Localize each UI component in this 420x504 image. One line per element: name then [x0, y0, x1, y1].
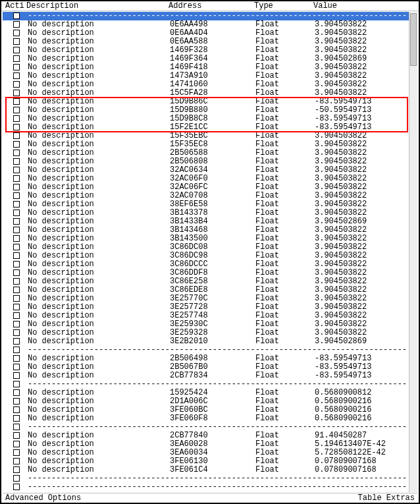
scrollbar-thumb[interactable] [410, 13, 417, 66]
column-header-row: Acti Description Address Type Value [1, 1, 419, 11]
column-header-address[interactable]: Address [169, 1, 201, 11]
row-checkbox[interactable] [13, 484, 20, 490]
row-checkbox[interactable] [13, 355, 20, 362]
row-checkbox[interactable] [13, 458, 20, 464]
row-checkbox[interactable] [13, 124, 20, 130]
row-checkbox[interactable] [13, 329, 20, 336]
row-checkbox[interactable] [13, 141, 20, 148]
table-row[interactable]: No description3FE061C4Float0.07809007168 [3, 466, 409, 474]
row-checkbox[interactable] [13, 107, 20, 113]
row-checkbox[interactable] [13, 115, 20, 122]
row-checkbox[interactable] [13, 406, 20, 413]
row-checkbox[interactable] [13, 90, 20, 96]
cell-type: Float [255, 414, 279, 423]
row-checkbox[interactable] [13, 47, 20, 53]
cell-description: No description [28, 414, 94, 423]
row-checkbox[interactable] [13, 13, 20, 19]
row-checkbox[interactable] [13, 261, 20, 267]
row-checkbox[interactable] [13, 192, 20, 199]
row-checkbox[interactable] [13, 184, 20, 190]
separator-dashes: ----------------------------------------… [28, 474, 407, 483]
row-checkbox[interactable] [13, 364, 20, 370]
column-header-description[interactable]: Description [26, 1, 78, 11]
row-checkbox[interactable] [13, 218, 20, 225]
advanced-options-button[interactable]: Advanced Options [5, 493, 81, 503]
row-checkbox[interactable] [13, 441, 20, 447]
row-checkbox[interactable] [13, 244, 20, 250]
row-checkbox[interactable] [13, 150, 20, 156]
row-checkbox[interactable] [13, 210, 20, 216]
cell-address: 3E2B2010 [170, 337, 208, 346]
row-checkbox[interactable] [13, 372, 20, 379]
separator-dashes: ----------------------------------------… [28, 491, 407, 492]
row-checkbox[interactable] [13, 64, 20, 70]
row-checkbox[interactable] [13, 38, 20, 45]
row-checkbox[interactable] [13, 81, 20, 88]
table-row[interactable]: No description3FE060F8Float0.5680900216 [3, 414, 409, 423]
cell-address: 3FE061C4 [170, 466, 208, 474]
row-checkbox[interactable] [13, 338, 20, 345]
cell-type: Float [255, 372, 279, 380]
table-row[interactable]: No description3E2B2010Float3.904502869 [3, 337, 409, 346]
row-checkbox[interactable] [13, 389, 20, 396]
separator-row[interactable]: ----------------------------------------… [3, 483, 409, 491]
cell-description: No description [28, 337, 94, 346]
row-checkbox[interactable] [13, 432, 20, 439]
row-checkbox[interactable] [13, 295, 20, 302]
separator-row[interactable]: ----------------------------------------… [3, 491, 409, 492]
row-checkbox[interactable] [13, 449, 20, 456]
row-checkbox[interactable] [13, 321, 20, 327]
row-checkbox[interactable] [13, 269, 20, 276]
row-checkbox[interactable] [13, 175, 20, 182]
table-row[interactable]: No description2CB77834Float-83.59549713 [3, 372, 409, 380]
cell-address: 2CB77834 [170, 372, 208, 380]
row-checkbox[interactable] [13, 424, 20, 430]
row-checkbox[interactable] [13, 21, 20, 28]
row-checkbox[interactable] [13, 278, 20, 285]
separator-row[interactable]: ----------------------------------------… [3, 474, 409, 483]
row-checkbox[interactable] [13, 475, 20, 482]
main-window: Acti Description Address Type Value ----… [0, 0, 420, 504]
cell-description: No description [28, 466, 94, 474]
row-checkbox[interactable] [13, 287, 20, 293]
column-header-type[interactable]: Type [254, 1, 273, 11]
rows-container: ----------------------------------------… [3, 12, 409, 492]
cell-value: 0.5680900216 [315, 414, 371, 423]
row-checkbox[interactable] [13, 201, 20, 208]
column-header-value[interactable]: Value [313, 1, 337, 11]
table-extras-button[interactable]: Table Extras [358, 493, 415, 503]
row-checkbox[interactable] [13, 398, 20, 405]
separator-dashes: ----------------------------------------… [28, 483, 407, 491]
footer-bar: Advanced Options Table Extras [3, 493, 417, 503]
row-checkbox[interactable] [13, 347, 20, 353]
row-checkbox[interactable] [13, 55, 20, 62]
row-checkbox[interactable] [13, 132, 20, 139]
column-header-active[interactable]: Acti [5, 1, 24, 11]
cell-address: 3FE060F8 [170, 414, 208, 423]
cell-value: -83.59549713 [315, 372, 371, 380]
row-checkbox[interactable] [13, 235, 20, 242]
row-checkbox[interactable] [13, 312, 20, 319]
cell-description: No description [28, 372, 94, 380]
cell-value: 0.07809007168 [315, 466, 377, 474]
vertical-scrollbar[interactable] [409, 12, 417, 492]
row-checkbox[interactable] [13, 72, 20, 79]
cell-type: Float [255, 466, 279, 474]
row-checkbox[interactable] [13, 30, 20, 36]
row-checkbox[interactable] [13, 158, 20, 165]
row-checkbox[interactable] [13, 415, 20, 422]
row-checkbox[interactable] [13, 304, 20, 310]
cell-value: 3.904502869 [315, 337, 367, 346]
table-viewport[interactable]: ----------------------------------------… [3, 12, 409, 492]
row-checkbox[interactable] [13, 227, 20, 233]
row-checkbox[interactable] [13, 167, 20, 173]
row-checkbox[interactable] [13, 381, 20, 387]
row-checkbox[interactable] [13, 466, 20, 473]
row-checkbox[interactable] [13, 252, 20, 259]
cell-type: Float [255, 337, 279, 346]
row-checkbox[interactable] [13, 98, 20, 105]
